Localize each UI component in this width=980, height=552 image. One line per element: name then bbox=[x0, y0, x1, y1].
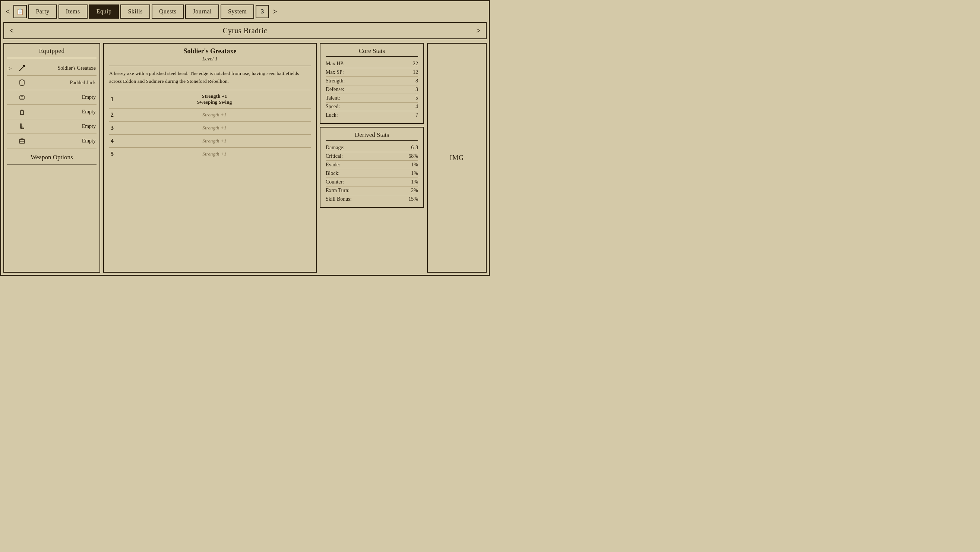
equip-row-boots[interactable]: Empty bbox=[7, 120, 97, 134]
tab-equip[interactable]: Equip bbox=[89, 5, 119, 19]
stat-row: Skill Bonus:15% bbox=[326, 195, 418, 203]
weapon-icon bbox=[17, 63, 27, 73]
main-content: Equipped ▷ Soldier's Greataxe bbox=[3, 43, 487, 273]
core-stats-divider bbox=[326, 56, 418, 57]
skill-name-4: Strength +1 bbox=[119, 138, 309, 144]
tab-quests[interactable]: Quests bbox=[152, 5, 184, 19]
item-level: Level 1 bbox=[109, 56, 311, 62]
item-detail-panel: Soldier's Greataxe Level 1 A heavy axe w… bbox=[103, 43, 317, 273]
stat-label: Block: bbox=[326, 171, 339, 176]
equipped-title: Equipped bbox=[7, 47, 97, 55]
equipped-panel: Equipped ▷ Soldier's Greataxe bbox=[3, 43, 100, 273]
nav-right-icon[interactable]: 3 bbox=[256, 5, 269, 18]
skill-row-3[interactable]: 3 Strength +1 bbox=[109, 121, 311, 134]
armor-name: Padded Jack bbox=[29, 80, 96, 86]
stat-label: Counter: bbox=[326, 179, 344, 185]
char-right-arrow[interactable]: > bbox=[477, 27, 481, 35]
skill-number-3: 3 bbox=[111, 124, 119, 131]
equip-row-weapon[interactable]: ▷ Soldier's Greataxe bbox=[7, 61, 97, 76]
weapon-options-title: Weapon Options bbox=[7, 154, 97, 161]
core-stats-rows: Max HP:22Max SP:12Strength:8Defense:3Tal… bbox=[326, 60, 418, 120]
stat-label: Max HP: bbox=[326, 61, 345, 67]
stat-value: 2% bbox=[411, 188, 418, 193]
stat-label: Extra Turn: bbox=[326, 188, 350, 193]
tab-party[interactable]: Party bbox=[28, 5, 57, 19]
stat-value: 1% bbox=[411, 162, 418, 168]
stat-value: 1% bbox=[411, 171, 418, 176]
equip-row-accessory[interactable]: Empty bbox=[7, 134, 97, 148]
stat-value: 22 bbox=[413, 61, 418, 67]
armor-icon bbox=[17, 78, 27, 88]
skill-row-1[interactable]: 1 Strength +1 Sweeping Swing bbox=[109, 90, 311, 108]
tab-journal[interactable]: Journal bbox=[185, 5, 219, 19]
stat-label: Speed: bbox=[326, 104, 340, 110]
stat-value: 15% bbox=[408, 196, 418, 202]
outer-frame: < 📋 Party Items Equip Skills Quests Jour… bbox=[0, 0, 490, 276]
stat-label: Talent: bbox=[326, 95, 340, 101]
character-name: Cyrus Bradric bbox=[223, 27, 267, 35]
stat-value: 4 bbox=[415, 104, 418, 110]
stat-row: Counter:1% bbox=[326, 178, 418, 187]
head-name: Empty bbox=[29, 94, 96, 101]
nav-left-arrow[interactable]: < bbox=[3, 6, 12, 18]
stat-value: 68% bbox=[408, 153, 418, 159]
stat-value: 12 bbox=[413, 69, 418, 75]
right-section: Core Stats Max HP:22Max SP:12Strength:8D… bbox=[320, 43, 487, 273]
equip-row-armor[interactable]: Padded Jack bbox=[7, 76, 97, 90]
weapon-options-divider bbox=[7, 164, 97, 164]
derived-stats-divider bbox=[326, 140, 418, 140]
skill-name-5: Strength +1 bbox=[119, 151, 309, 157]
core-stats-panel: Core Stats Max HP:22Max SP:12Strength:8D… bbox=[320, 43, 424, 124]
stat-label: Strength: bbox=[326, 78, 345, 84]
skill-row-2[interactable]: 2 Strength +1 bbox=[109, 108, 311, 121]
stat-label: Evade: bbox=[326, 162, 340, 168]
accessory-name: Empty bbox=[29, 138, 96, 144]
skill-row-5[interactable]: 5 Strength +1 bbox=[109, 147, 311, 160]
svg-line-1 bbox=[21, 69, 22, 70]
char-left-arrow[interactable]: < bbox=[9, 27, 13, 35]
boots-icon bbox=[17, 121, 27, 132]
skill-number-4: 4 bbox=[111, 138, 119, 144]
derived-stats-rows: Damage:6-8Critical:68%Evade:1%Block:1%Co… bbox=[326, 144, 418, 203]
stat-row: Block:1% bbox=[326, 169, 418, 178]
nav-left-icon[interactable]: 📋 bbox=[13, 5, 27, 18]
equip-row-gloves[interactable]: Empty bbox=[7, 105, 97, 120]
item-detail-divider bbox=[109, 65, 311, 66]
stat-value: 3 bbox=[415, 86, 418, 93]
stat-row: Max HP:22 bbox=[326, 60, 418, 68]
stat-row: Damage:6-8 bbox=[326, 144, 418, 152]
nav-bar: < 📋 Party Items Equip Skills Quests Jour… bbox=[3, 3, 487, 20]
gloves-name: Empty bbox=[29, 109, 96, 115]
skill-name-2: Strength +1 bbox=[119, 112, 309, 118]
equip-row-head[interactable]: Empty bbox=[7, 90, 97, 105]
skill-number-2: 2 bbox=[111, 112, 119, 118]
nav-right-arrow[interactable]: > bbox=[270, 6, 279, 18]
core-stats-title: Core Stats bbox=[326, 47, 418, 55]
stats-area: Core Stats Max HP:22Max SP:12Strength:8D… bbox=[320, 43, 424, 273]
active-indicator: ▷ bbox=[8, 65, 15, 71]
stat-row: Defense:3 bbox=[326, 85, 418, 94]
stat-row: Talent:5 bbox=[326, 94, 418, 102]
stat-value: 8 bbox=[415, 78, 418, 84]
tab-skills[interactable]: Skills bbox=[120, 5, 150, 19]
stat-value: 6-8 bbox=[411, 145, 418, 151]
stat-row: Extra Turn:2% bbox=[326, 187, 418, 195]
stat-value: 5 bbox=[415, 95, 418, 101]
stat-row: Luck:7 bbox=[326, 111, 418, 120]
tab-items[interactable]: Items bbox=[59, 5, 88, 19]
skill-row-4[interactable]: 4 Strength +1 bbox=[109, 134, 311, 147]
tab-system[interactable]: System bbox=[221, 5, 254, 19]
skill-number-1: 1 bbox=[111, 96, 119, 102]
stat-value: 1% bbox=[411, 179, 418, 185]
stat-row: Strength:8 bbox=[326, 77, 418, 85]
stat-label: Critical: bbox=[326, 153, 343, 159]
equipped-divider bbox=[7, 58, 97, 58]
page-icon: 3 bbox=[261, 8, 264, 15]
stat-row: Evade:1% bbox=[326, 161, 418, 169]
item-description: A heavy axe with a polished steel head. … bbox=[109, 70, 311, 85]
stat-value: 7 bbox=[415, 112, 418, 118]
boots-name: Empty bbox=[29, 123, 96, 129]
skill-number-5: 5 bbox=[111, 151, 119, 157]
skill-name-1: Strength +1 Sweeping Swing bbox=[119, 93, 309, 105]
stat-label: Luck: bbox=[326, 112, 338, 118]
